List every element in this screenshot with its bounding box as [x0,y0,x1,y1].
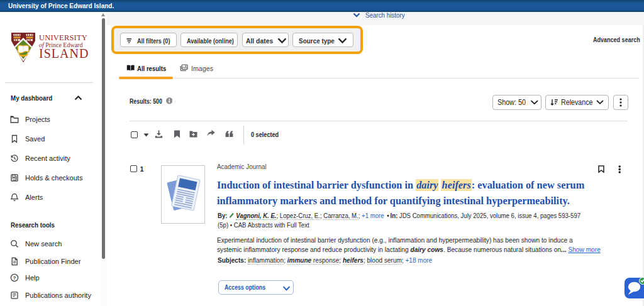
svg-text:?: ? [13,275,16,281]
svg-text:ISLAND: ISLAND [39,46,89,60]
